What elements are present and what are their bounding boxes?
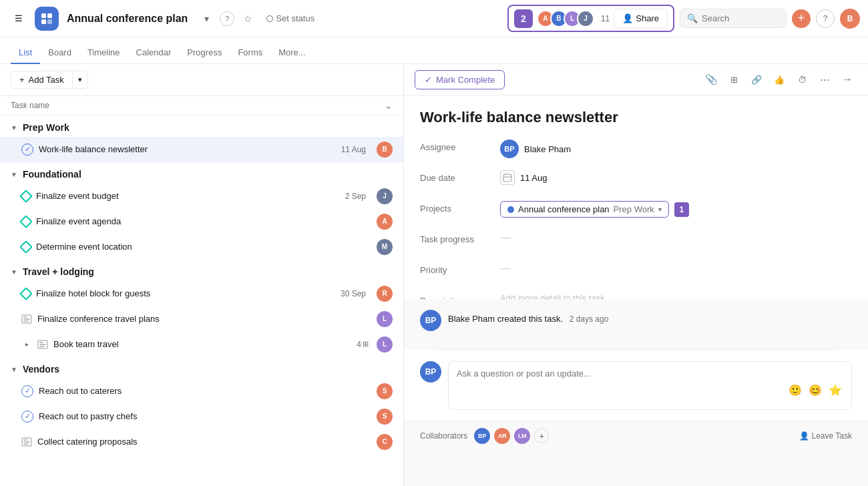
task-name-label: Finalize event agenda [36,216,371,226]
section-vendors[interactable]: ▼ Vendors [0,357,403,379]
task-avatar: C [377,434,393,450]
search-input[interactable] [702,13,779,23]
tab-forms[interactable]: Forms [230,42,270,64]
search-box[interactable]: 🔍 [680,9,787,28]
task-row[interactable]: ✓ Work-life balance newsletter 11 Aug B [0,137,403,162]
add-task-button[interactable]: + Add Task ▾ [11,71,88,89]
thumbs-up-icon[interactable]: 👍 [769,69,789,89]
task-row[interactable]: Finalize event agenda A [0,209,403,234]
collaborator-section[interactable]: 2 A B L J 11 👤 Share [507,5,674,32]
task-toolbar: + Add Task ▾ [0,64,403,96]
task-progress-row: Task progress — [420,232,852,253]
task-diamond-icon [19,215,33,228]
section-foundational[interactable]: ▼ Foundational [0,162,403,184]
link-icon[interactable]: 🔗 [746,69,767,89]
task-row[interactable]: Finalize conference travel plans L [0,306,403,332]
right-toolbar: ✓ Mark Complete 📎 ⊞ 🔗 👍 ⏱ ⋯ → [404,64,868,95]
task-name-label: Finalize event budget [36,191,340,201]
comment-input-container: 🙂 😊 ⭐ [448,361,852,410]
task-avatar: M [377,239,393,255]
task-row[interactable]: ▸ Book team travel 4 ⊞ L [0,332,403,357]
activity-avatar: BP [420,310,441,331]
subtask-icon[interactable]: ⊞ [724,69,744,89]
task-name-label: Determine event location [36,242,371,252]
task-detail-title: Work-life balance newsletter [420,109,852,126]
add-task-main[interactable]: + Add Task [11,71,72,88]
tab-calendar[interactable]: Calendar [128,42,180,64]
attachment-icon[interactable]: 📎 [701,69,721,89]
task-check-completed[interactable]: ✓ [21,144,33,156]
task-progress-dash: — [500,232,511,244]
section-prep-work[interactable]: ▼ Prep Work [0,115,403,137]
user-avatar[interactable]: B [840,9,860,29]
star-icon[interactable]: ⭐ [827,383,843,399]
member-avatars: A B L J [537,10,594,27]
project-tag[interactable]: Annual conference plan Prep Work ▾ [500,201,669,218]
description-label: Description [420,293,500,299]
share-button[interactable]: 👤 Share [614,9,668,28]
task-progress-value[interactable]: — [500,232,852,244]
add-task-label: Add Task [29,75,64,85]
hamburger-icon: ☰ [15,13,23,23]
task-row[interactable]: ✓ Reach out to caterers S [0,379,403,404]
more-menu-icon[interactable]: ⋯ [815,69,835,89]
collapse-all-icon[interactable]: ⌄ [385,100,393,111]
section-travel-lodging[interactable]: ▼ Travel + lodging [0,260,403,281]
task-progress-label: Task progress [420,232,500,244]
project-dot [507,206,514,213]
tab-progress[interactable]: Progress [179,42,230,64]
comment-input[interactable] [457,369,843,379]
leave-task-button[interactable]: 👤 Leave Task [799,431,853,441]
set-status-button[interactable]: Set status [261,11,320,26]
task-row[interactable]: Finalize hotel block for guests 30 Sep R [0,281,403,306]
assignee-value[interactable]: BP Blake Pham [500,140,852,158]
activity-area: BP Blake Pham created this task. 2 days … [404,299,868,487]
task-row[interactable]: Finalize event budget 2 Sep J [0,184,403,209]
description-value[interactable]: Add more detail to this task... [500,293,852,299]
timer-icon[interactable]: ⏱ [792,69,812,89]
due-date-value[interactable]: 11 Aug [500,170,852,185]
task-diamond-icon [19,287,33,300]
tab-more[interactable]: More... [270,42,313,64]
task-check-completed[interactable]: ✓ [21,411,33,423]
tab-list[interactable]: List [11,42,40,64]
task-check-completed[interactable]: ✓ [21,385,33,397]
project-name: Annual conference plan [518,204,610,214]
person-icon: 👤 [799,431,809,441]
svg-rect-1 [47,13,52,18]
task-row[interactable]: ✓ Reach out to pastry chefs S [0,404,403,429]
assignee-name: Blake Pham [524,144,571,154]
priority-value[interactable]: — [500,262,852,274]
description-placeholder: Add more detail to this task... [500,293,612,299]
priority-label: Priority [420,262,500,275]
task-avatar: L [377,336,393,352]
create-button[interactable]: + [792,9,811,28]
share-icon: 👤 [622,13,633,23]
add-task-dropdown[interactable]: ▾ [72,72,87,87]
task-row[interactable]: Collect catering proposals C [0,429,403,455]
close-panel-icon[interactable]: → [837,69,857,89]
expand-icon[interactable]: ▸ [21,339,32,350]
task-square-icon [21,437,32,447]
task-row[interactable]: Determine event location M [0,234,403,260]
info-icon[interactable]: ? [220,11,234,26]
help-button[interactable]: ? [816,9,835,28]
emoji-icon[interactable]: 🙂 [787,383,803,399]
add-collaborator-button[interactable]: + [534,429,549,443]
check-icon: ✓ [425,75,432,85]
smiley-icon[interactable]: 😊 [807,383,823,399]
task-detail: Work-life balance newsletter Assignee BP… [404,95,868,299]
mark-complete-button[interactable]: ✓ Mark Complete [415,70,505,89]
star-icon[interactable]: ☆ [238,9,257,28]
sidebar-toggle[interactable]: ☰ [8,8,29,29]
collapse-icon: ▼ [11,366,17,373]
tab-timeline[interactable]: Timeline [79,42,128,64]
task-avatar: B [377,142,393,158]
task-avatar: L [377,311,393,327]
tab-board[interactable]: Board [40,42,79,64]
svg-rect-0 [41,13,46,18]
chevron-down-button[interactable]: ▾ [197,9,216,28]
task-name-label: Book team travel [53,339,351,349]
task-square-icon [37,340,48,349]
task-name-label: Finalize conference travel plans [37,314,371,324]
